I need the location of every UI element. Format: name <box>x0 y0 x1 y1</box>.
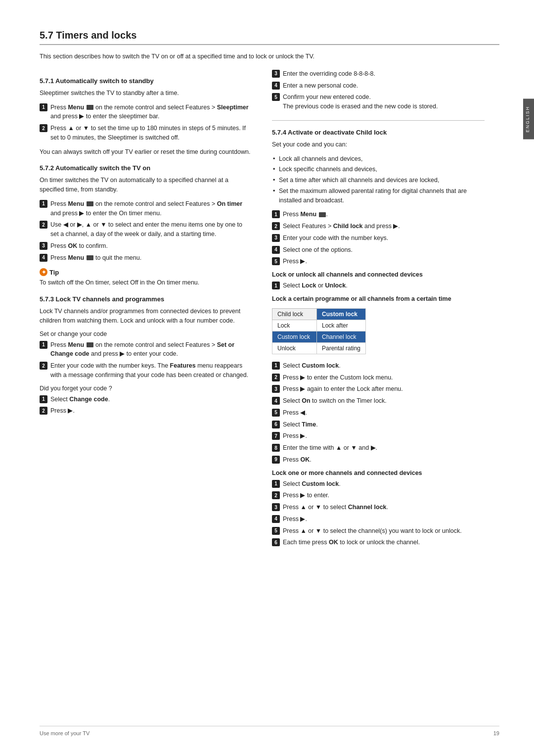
footer-right: 19 <box>493 730 499 736</box>
step-text: Press ▶ to enter the Custom lock menu. <box>283 373 485 382</box>
step-number: 2 <box>272 374 280 381</box>
list-item: 1 Press Menu on the remote control and s… <box>40 103 252 122</box>
lock-unlock-heading: Lock or unlock all channels and connecte… <box>272 271 485 278</box>
list-item: 1 Select Custom lock. <box>272 479 485 489</box>
step-number: 4 <box>272 246 280 254</box>
two-column-layout: 5.7.1 Automatically switch to standby Sl… <box>40 69 499 552</box>
step-text: Enter your code with the number keys. Th… <box>50 361 252 380</box>
step-text: Select one of the options. <box>283 245 485 255</box>
step-number: 5 <box>272 93 280 101</box>
set-code-title: Set or change your code <box>40 331 252 337</box>
list-item: 5 Confirm your new entered code.The prev… <box>272 93 485 111</box>
step-number: 6 <box>272 421 280 428</box>
tip-title: ✦ Tip <box>40 268 252 276</box>
table-cell-unlock: Unlock <box>272 342 317 354</box>
channel-lock-steps: 1 Select Custom lock. 2 Press ▶ to enter… <box>272 479 485 548</box>
list-item: 8 Enter the time with ▲ or ▼ and ▶. <box>272 443 485 453</box>
step-text: Press ▲ or ▼ to set the time up to 180 m… <box>50 124 252 142</box>
list-item: 3 Enter your code with the number keys. <box>272 234 485 243</box>
menu-icon <box>87 255 93 260</box>
step-number: 3 <box>272 385 280 393</box>
section-5-7-4-steps: 1 Press Menu . 2 Select Features > Child… <box>272 210 485 266</box>
side-tab-label: ENGLISH <box>525 106 530 133</box>
step-number: 2 <box>272 491 280 499</box>
step-number: 2 <box>40 221 47 229</box>
list-item: 3 Press OK to confirm. <box>40 241 252 251</box>
list-item: 3 Enter the overriding code 8-8-8-8. <box>272 69 485 79</box>
section-5-7-1-intro: Sleeptimer switches the TV to standby af… <box>40 89 252 98</box>
list-item: 4 Enter a new personal code. <box>272 81 485 91</box>
step-text: Confirm your new entered code.The previo… <box>283 93 485 111</box>
table-cell-lock: Lock <box>272 320 317 331</box>
list-item: 3 Press ▲ or ▼ to select Channel lock. <box>272 503 485 512</box>
step-number: 1 <box>272 362 280 370</box>
list-item: 1 Press Menu . <box>272 210 485 219</box>
step-number: 1 <box>272 210 280 218</box>
step-number: 7 <box>272 432 280 440</box>
step-number: 1 <box>40 200 47 208</box>
subsection-5-7-4-title: 5.7.4 Activate or deactivate Child lock <box>272 129 485 136</box>
custom-lock-steps: 1 Select Custom lock. 2 Press ▶ to enter… <box>272 361 485 465</box>
list-item: 1 Select Custom lock. <box>272 361 485 371</box>
list-item: 9 Press OK. <box>272 455 485 465</box>
step-number: 2 <box>40 407 47 415</box>
section-5-7-4-bullets: Lock all channels and devices, Lock spec… <box>272 154 485 205</box>
divider <box>272 120 485 121</box>
step-number: 5 <box>272 257 280 265</box>
step-number: 1 <box>272 282 280 289</box>
list-item: 2 Select Features > Child lock and press… <box>272 222 485 231</box>
step-number: 4 <box>272 82 280 90</box>
step-number: 6 <box>272 538 280 546</box>
did-forget-title: Did you forget your code ? <box>40 385 252 392</box>
step-text: Each time press OK to lock or unlock the… <box>283 538 485 547</box>
list-item: 2 Press ▶. <box>40 406 252 416</box>
step-number: 2 <box>272 222 280 230</box>
tip-icon: ✦ <box>40 268 47 276</box>
list-item: 1 Select Lock or Unlock. <box>272 281 485 290</box>
step-text: Select Features > Child lock and press ▶… <box>283 222 485 231</box>
section-5-7-2-steps: 1 Press Menu on the remote control and s… <box>40 199 252 263</box>
menu-icon <box>319 212 326 217</box>
step-number: 2 <box>40 362 47 370</box>
lock-unlock-step: 1 Select Lock or Unlock. <box>272 281 485 290</box>
table-header-child-lock: Child lock <box>272 308 317 320</box>
subsection-5-7-3-title: 5.7.3 Lock TV channels and programmes <box>40 295 252 303</box>
step-number: 4 <box>272 397 280 405</box>
certain-time-heading: Lock a certain programme or all channels… <box>272 295 485 302</box>
step-text: Press ▶. <box>50 406 252 416</box>
language-tab: ENGLISH <box>523 99 534 140</box>
step-text: Press ▲ or ▼ to select the channel(s) yo… <box>283 526 485 536</box>
list-item: 6 Each time press OK to lock or unlock t… <box>272 538 485 547</box>
step-text: Press Menu to quit the menu. <box>50 253 252 263</box>
right-column: 3 Enter the overriding code 8-8-8-8. 4 E… <box>272 69 485 552</box>
step-number: 3 <box>272 70 280 78</box>
step-text: Select Change code. <box>50 395 252 404</box>
step-number: 1 <box>272 480 280 488</box>
subsection-5-7-2-title: 5.7.2 Automatically switch the TV on <box>40 164 252 172</box>
after-forget-steps: 3 Enter the overriding code 8-8-8-8. 4 E… <box>272 69 485 111</box>
list-item: 5 Press ▲ or ▼ to select the channel(s) … <box>272 526 485 536</box>
step-text: Enter the time with ▲ or ▼ and ▶. <box>283 443 485 453</box>
lock-table: Child lock Custom lock Lock Lock after C… <box>272 308 366 354</box>
step-number: 8 <box>272 444 280 452</box>
list-item: 4 Select On to switch on the Timer lock. <box>272 396 485 406</box>
list-item: Set the maximum allowed parental rating … <box>272 187 485 205</box>
table-cell-custom-lock: Custom lock <box>272 331 317 342</box>
step-text: Press OK. <box>283 455 485 465</box>
menu-icon <box>87 342 93 347</box>
list-item: 2 Press ▶ to enter the Custom lock menu. <box>272 373 485 382</box>
step-text: Press Menu on the remote control and sel… <box>50 199 252 218</box>
step-text: Select Custom lock. <box>283 361 485 371</box>
step-number: 1 <box>40 103 47 111</box>
list-item: Set a time after which all channels and … <box>272 176 485 185</box>
menu-icon <box>87 105 93 110</box>
section-5-7-2-intro: On timer switches the TV on automaticall… <box>40 176 252 194</box>
list-item: 5 Press ◀. <box>272 408 485 418</box>
step-text: Press ◀. <box>283 408 485 418</box>
section-5-7-1-steps: 1 Press Menu on the remote control and s… <box>40 103 252 142</box>
step-text: Select Lock or Unlock. <box>283 281 485 290</box>
list-item: 1 Press Menu on the remote control and s… <box>40 199 252 218</box>
step-text: Press ▶. <box>283 257 485 266</box>
step-number: 1 <box>40 341 47 349</box>
step-text: Press ▶ again to enter the Lock after me… <box>283 384 485 394</box>
